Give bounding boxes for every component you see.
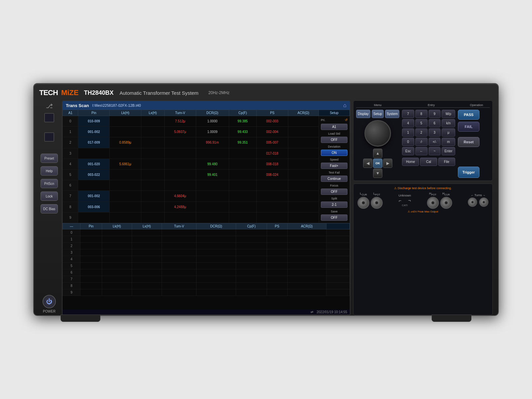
lpot-bnc[interactable]: [371, 197, 383, 209]
col2-header-dcr: DCR(Ω): [197, 223, 236, 229]
col2-header-num: ---: [63, 223, 80, 229]
right-panel: Menu Entry Operation Display: [353, 100, 493, 315]
dcbias-button[interactable]: DC Bias: [41, 204, 58, 213]
foot-right: [432, 315, 471, 322]
key-backspace[interactable]: ←: [415, 147, 428, 155]
key-7[interactable]: 7: [402, 110, 414, 118]
usb-port-top[interactable]: [44, 113, 54, 122]
col-header-setup: Setup: [319, 110, 350, 116]
setup-pri-btn[interactable]: A1: [321, 124, 347, 130]
turns-bnc-1[interactable]: [468, 198, 477, 207]
controls-row: Display Setup System ▲: [356, 110, 490, 178]
brand-mize: MiZE: [61, 88, 79, 97]
setup-panel: Pri. ↺ A1 Load Std OFF Deviation: [320, 117, 349, 222]
prtscn-button[interactable]: PrtScn: [41, 179, 58, 188]
key-tilde[interactable]: ~: [429, 147, 441, 155]
setup-split-btn[interactable]: 2-1: [321, 201, 347, 208]
usb-symbol-top: ⎇: [46, 102, 53, 110]
system-button[interactable]: System: [385, 110, 399, 118]
refresh-icon: ↺: [345, 118, 347, 122]
instrument-header: TECHMiZE TH2840BX Automatic Transformer …: [39, 87, 493, 98]
key-8[interactable]: 8: [415, 110, 428, 118]
status-timestamp: 2022/01/19 10:14:55: [317, 310, 347, 314]
screen-display: Trans Scan I:\files\2258187-02FX-12B.t40…: [62, 100, 350, 315]
display-button[interactable]: Display: [356, 110, 370, 118]
key-enter[interactable]: Enter: [442, 147, 455, 155]
nav-down-button[interactable]: ▼: [373, 169, 382, 178]
key-kn[interactable]: k/n: [442, 119, 455, 127]
turns-label: Turns: [474, 194, 482, 197]
hpot-connector: HPOT: [427, 192, 439, 209]
operation-buttons: PASS FAIL Reset Trigger: [458, 110, 481, 178]
lpot-connector: LPOT: [371, 192, 383, 209]
preset-button[interactable]: Preset: [41, 154, 58, 163]
operation-section-label: Operation: [463, 103, 490, 108]
setup-button[interactable]: Setup: [372, 110, 384, 118]
main-connectors: LCUR LPOT: [357, 192, 383, 209]
lock-button[interactable]: Lock: [41, 192, 58, 201]
keypad-row-bottom: Esc ← ~ Enter: [402, 147, 455, 155]
key-mp[interactable]: M/p: [442, 110, 455, 118]
unknown-label: Unknown: [398, 194, 411, 197]
power-label: POWER: [43, 310, 56, 313]
table-row: 8003-006 4.2488μ: [63, 201, 350, 212]
nav-left-button[interactable]: ◀: [363, 159, 372, 168]
instrument-feet: [34, 315, 498, 322]
key-0[interactable]: 0: [402, 138, 414, 146]
key-dot[interactable]: ·/·: [415, 138, 428, 146]
setup-save-btn[interactable]: OFF: [321, 214, 347, 221]
hcur-bnc[interactable]: [440, 197, 452, 209]
setup-speed-btn[interactable]: Fast+: [321, 163, 347, 169]
power-button[interactable]: ⏻: [43, 295, 56, 308]
key-9[interactable]: 9: [429, 110, 441, 118]
trigger-button[interactable]: Trigger: [458, 167, 479, 178]
lcur-bnc[interactable]: [357, 197, 369, 209]
setup-loadstd-label: Load Std: [321, 132, 347, 135]
menu-jog-area: Display Setup System ▲: [356, 110, 399, 178]
col2-header-lk: Lk(H): [102, 223, 132, 229]
key-2[interactable]: 2: [415, 128, 428, 137]
table-container: A1 Pin Lk(H) Lx(H) Turn-V DCR(Ω) Cp(F) P…: [63, 110, 350, 310]
nav-empty-bl: [363, 169, 372, 178]
key-m[interactable]: m: [442, 138, 455, 146]
key-cal[interactable]: Cal: [420, 158, 437, 166]
key-mu[interactable]: μ: [442, 128, 455, 137]
help-button[interactable]: Help: [41, 166, 58, 176]
nav-ok-button[interactable]: OK: [373, 159, 382, 168]
key-home[interactable]: Home: [402, 158, 419, 166]
setup-testfail-label: Test Fail: [321, 171, 347, 174]
table-row: 3: [63, 249, 350, 256]
nav-cross: ▲ ◀ OK ▶ ▼: [363, 149, 392, 178]
nav-right-button[interactable]: ▶: [383, 159, 392, 168]
nav-up-button[interactable]: ▲: [373, 149, 382, 158]
key-6[interactable]: 6: [429, 119, 441, 127]
setup-focus-btn[interactable]: OFF: [321, 189, 347, 195]
setup-testfail-btn[interactable]: Continue: [321, 176, 347, 182]
key-1[interactable]: 1: [402, 128, 414, 137]
hpot-bnc[interactable]: [427, 197, 439, 209]
table-row: 5003-022 99.401 008-024: [63, 169, 350, 180]
reset-button[interactable]: Reset: [458, 137, 479, 147]
key-file[interactable]: File: [438, 158, 455, 166]
jog-dial[interactable]: [364, 120, 391, 147]
connector-row: LCUR LPOT Unknown ⌐: [357, 192, 488, 209]
fail-button[interactable]: FAIL: [458, 122, 479, 132]
setup-split-label: Split: [321, 197, 347, 200]
lcur-label: LCUR: [360, 192, 367, 196]
pass-button[interactable]: PASS: [458, 110, 479, 120]
home-icon[interactable]: ⌂: [343, 102, 346, 108]
key-5[interactable]: 5: [415, 119, 428, 127]
lcur-connector: LCUR: [357, 192, 369, 209]
key-plusminus[interactable]: +/-: [429, 138, 441, 146]
table-row: 3 017-018: [63, 148, 350, 159]
key-esc[interactable]: Esc: [402, 147, 414, 155]
usb-port-bottom[interactable]: [44, 132, 54, 142]
turns-bnc-2[interactable]: [479, 198, 488, 207]
setup-deviation-btn[interactable]: ON: [321, 150, 347, 156]
key-4[interactable]: 4: [402, 119, 414, 127]
key-3[interactable]: 3: [429, 128, 441, 137]
setup-pri-label: Pri.: [321, 118, 326, 122]
col2-header-pin: Pin: [80, 223, 102, 229]
setup-loadstd-btn[interactable]: OFF: [321, 137, 347, 143]
entry-section-label: Entry: [399, 103, 463, 108]
